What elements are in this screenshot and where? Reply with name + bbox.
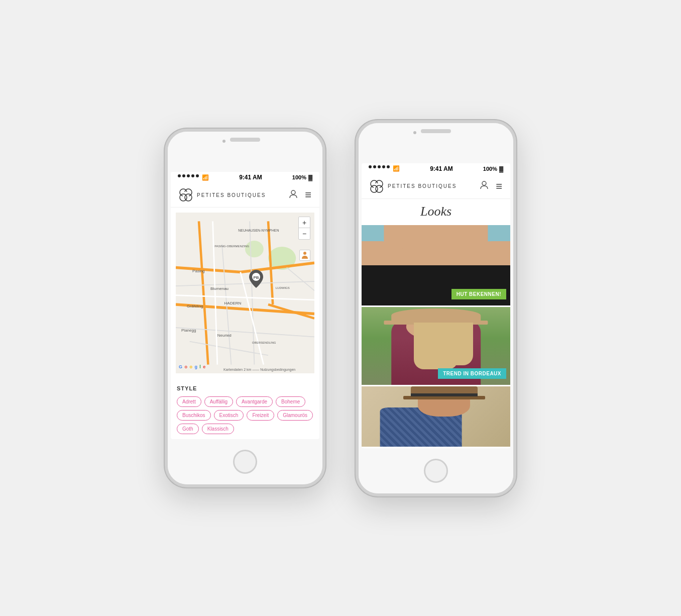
looks-title: Looks	[362, 204, 510, 219]
map-label-pasing-ober: PASING-OBERMENZING	[214, 245, 249, 248]
phone-bottom-left	[168, 439, 322, 484]
map-label-hadern: HADERN	[224, 301, 242, 305]
style-section: STYLE Adrett Auffällig Avantgarde Boheme…	[171, 378, 319, 439]
user-icon-left[interactable]	[289, 189, 298, 201]
map-zoom-in[interactable]: +	[299, 217, 310, 228]
looks-image-3[interactable]	[362, 386, 510, 447]
screen-right: 📶 9:41 AM 100% ▓	[362, 163, 510, 448]
map-person-btn[interactable]	[299, 250, 310, 261]
logo-text-left: PETITES BOUTIQUES	[197, 192, 266, 198]
tag-boheme[interactable]: Boheme	[276, 396, 305, 407]
status-bar-left: 📶 9:41 AM 100% ▓	[171, 172, 319, 183]
user-icon-right[interactable]	[480, 180, 489, 192]
tag-exotisch[interactable]: Exotisch	[214, 410, 244, 421]
map-label-neuhausen: NEUHAUSEN-NYMPHEN	[238, 229, 279, 232]
svg-point-31	[482, 181, 486, 185]
front-camera-left	[222, 140, 225, 143]
svg-point-7	[245, 241, 264, 257]
phone-bottom-right	[359, 448, 513, 493]
svg-line-16	[176, 328, 314, 337]
map-label-neuried: Neuried	[217, 333, 232, 338]
tag-klassisch[interactable]: Klassisch	[202, 424, 234, 434]
badge-trend: TREND IN BORDEAUX	[438, 368, 506, 379]
svg-line-8	[176, 267, 241, 272]
signal-dots-right: 📶	[369, 165, 400, 172]
looks-image-2[interactable]: TREND IN BORDEAUX	[362, 307, 510, 385]
looks-image-bg-3	[362, 386, 510, 447]
badge-hut: HUT BEKENNEN!	[451, 289, 506, 299]
home-button-right[interactable]	[424, 459, 448, 483]
battery-icon-right: ▓	[499, 166, 503, 172]
style-title: STYLE	[177, 385, 313, 391]
wifi-icon-left: 📶	[202, 174, 209, 181]
wifi-icon-right: 📶	[393, 165, 400, 172]
svg-text:PB: PB	[254, 275, 259, 280]
tag-freizeit[interactable]: Freizeit	[247, 410, 274, 421]
logo-svg-right	[370, 179, 384, 193]
status-bar-right: 📶 9:41 AM 100% ▓	[362, 163, 510, 174]
app-header-right: PETITES BOUTIQUES ≡	[362, 174, 510, 199]
home-button-left[interactable]	[233, 450, 257, 474]
map-label-obersendling: OBERSENDLING	[252, 341, 276, 344]
img-hair-r	[436, 323, 473, 365]
tag-adrett[interactable]: Adrett	[177, 396, 201, 407]
map-footer: Kartendaten 2 km —— Nutzungsbedingungen	[223, 368, 295, 371]
looks-section: Looks HUT BEKENNEN!	[362, 199, 510, 447]
time-right: 9:41 AM	[430, 165, 453, 172]
map-label-blumenau: Blumenau	[210, 286, 229, 291]
map-label-planegg: Planegg	[181, 328, 196, 333]
header-icons-left: ≡	[289, 188, 311, 201]
svg-line-21	[176, 295, 314, 300]
svg-line-15	[176, 281, 314, 286]
menu-icon-left[interactable]: ≡	[305, 188, 311, 201]
battery-left: 100% ▓	[292, 174, 312, 180]
logo-text-right: PETITES BOUTIQUES	[388, 183, 457, 189]
speaker-right	[421, 129, 451, 133]
signal-dots-left: 📶	[178, 174, 209, 181]
tag-goth[interactable]: Goth	[177, 424, 199, 434]
screen-left: 📶 9:41 AM 100% ▓	[171, 172, 319, 439]
app-header-left: PETITES BOUTIQUES ≡	[171, 183, 319, 208]
style-tags: Adrett Auffällig Avantgarde Boheme Busch…	[177, 396, 313, 434]
map-svg	[176, 213, 314, 373]
tag-auffaellig[interactable]: Auffällig	[204, 396, 233, 407]
logo-right: PETITES BOUTIQUES	[370, 179, 480, 193]
page-container: 📶 9:41 AM 100% ▓	[165, 120, 516, 496]
map-label-ludwigs: LUDWIGS	[276, 286, 290, 289]
map-pin: PB	[249, 270, 263, 290]
map-zoom-out[interactable]: −	[299, 228, 310, 239]
svg-line-20	[213, 221, 217, 364]
menu-icon-right[interactable]: ≡	[496, 180, 502, 193]
map-controls: + −	[298, 217, 310, 240]
battery-right: 100% ▓	[483, 166, 503, 172]
svg-point-5	[291, 190, 295, 194]
logo-svg-left	[179, 188, 193, 202]
map-bg: Pasing Blumenau Gräfeling Planegg HADERN…	[176, 213, 314, 373]
header-icons-right: ≡	[480, 180, 502, 193]
phone-top-left	[168, 132, 322, 172]
phone-top-right	[359, 123, 513, 163]
svg-line-18	[287, 267, 314, 290]
front-camera-right	[413, 131, 416, 134]
img-hat	[391, 309, 481, 323]
looks-image-1[interactable]: HUT BEKENNEN!	[362, 225, 510, 305]
img-top-1	[362, 265, 510, 305]
img-hat-band	[411, 393, 478, 396]
logo-left: PETITES BOUTIQUES	[179, 188, 289, 202]
speaker-left	[230, 138, 260, 142]
map-google-logo: G o o g l e	[179, 361, 205, 370]
svg-point-25	[303, 252, 306, 255]
phone-left: 📶 9:41 AM 100% ▓	[165, 129, 325, 487]
tag-buschikos[interactable]: Buschikos	[177, 410, 211, 421]
img-bg-3	[362, 386, 510, 447]
tag-glamouros[interactable]: Glamourös	[277, 410, 313, 421]
map-label-pasing: Pasing	[192, 269, 204, 273]
battery-icon-left: ▓	[308, 174, 312, 180]
map-container: Pasing Blumenau Gräfeling Planegg HADERN…	[176, 213, 314, 373]
map-label-grafeling: Gräfeling	[187, 304, 203, 309]
tag-avantgarde[interactable]: Avantgarde	[236, 396, 273, 407]
phone-right: 📶 9:41 AM 100% ▓	[356, 120, 516, 496]
time-left: 9:41 AM	[239, 174, 262, 181]
